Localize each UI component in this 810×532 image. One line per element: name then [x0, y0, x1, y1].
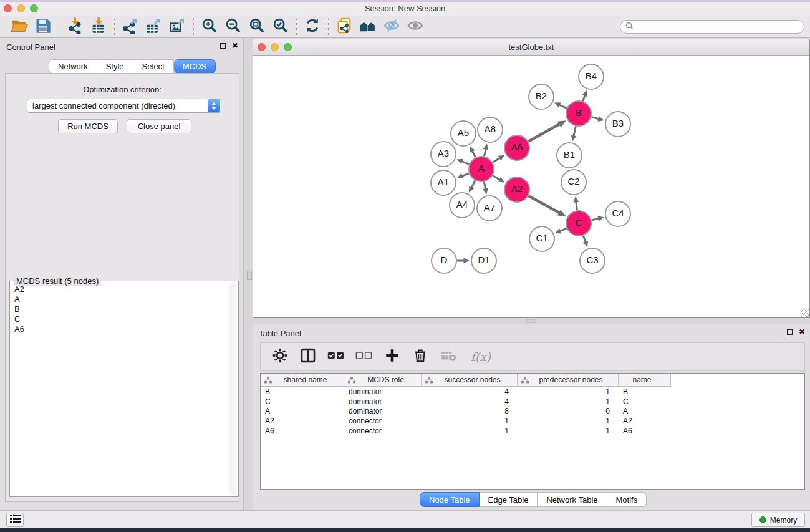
delete-table-button[interactable] — [439, 346, 458, 367]
zoom-window-button[interactable] — [30, 4, 38, 12]
network-window-titlebar[interactable]: testGlobe.txt — [253, 39, 809, 56]
close-panel-button[interactable]: Close panel — [127, 119, 191, 133]
graph-node-A1[interactable]: A1 — [431, 170, 456, 195]
graph-node-B3[interactable]: B3 — [605, 112, 630, 137]
graph-node-A3[interactable]: A3 — [431, 142, 456, 167]
tab-edge-table[interactable]: Edge Table — [480, 492, 538, 507]
close-table-panel-icon[interactable]: ✖ — [799, 329, 805, 336]
cell-name[interactable]: A6 — [619, 427, 671, 435]
minimize-window-button[interactable] — [17, 4, 25, 12]
cell-MCDS-role[interactable]: connector — [344, 417, 422, 425]
column-header-MCDS-role[interactable]: MCDS role — [344, 374, 422, 387]
tab-mcds[interactable]: MCDS — [174, 59, 216, 74]
cell-name[interactable]: A — [619, 407, 671, 415]
horizontal-splitter-handle[interactable] — [526, 319, 536, 323]
graph-node-B4[interactable]: B4 — [579, 64, 604, 89]
float-panel-icon[interactable] — [220, 43, 226, 49]
close-panel-icon[interactable]: ✖ — [232, 42, 238, 49]
tab-network[interactable]: Network — [49, 59, 97, 74]
cell-predecessor-nodes[interactable]: 1 — [518, 387, 619, 396]
graph-node-B1[interactable]: B1 — [557, 143, 582, 168]
network-close-button[interactable] — [258, 43, 266, 51]
network-zoom-button[interactable] — [284, 43, 292, 51]
graph-node-C4[interactable]: C4 — [605, 201, 630, 226]
cell-shared-name[interactable]: A2 — [261, 417, 344, 425]
result-item[interactable]: A — [11, 294, 227, 304]
cell-predecessor-nodes[interactable]: 1 — [518, 417, 619, 425]
cell-name[interactable]: C — [619, 397, 671, 406]
run-mcds-button[interactable]: Run MCDS — [58, 119, 118, 133]
graph-node-A5[interactable]: A5 — [451, 121, 476, 146]
column-header-successor-nodes[interactable]: successor nodes — [422, 374, 518, 387]
cell-successor-nodes[interactable]: 4 — [422, 387, 518, 396]
cell-successor-nodes[interactable]: 4 — [422, 397, 518, 406]
cell-shared-name[interactable]: A — [261, 407, 344, 415]
network-canvas[interactable]: B4B2BB3A5A8A6B1A3AC2A1A2A4A7CC4C1C3DD1 — [253, 56, 809, 317]
memory-button[interactable]: Memory — [751, 513, 805, 527]
tab-node-table[interactable]: Node Table — [420, 492, 480, 507]
cell-shared-name[interactable]: A6 — [261, 427, 344, 435]
cell-name[interactable]: B — [619, 387, 671, 396]
task-history-button[interactable] — [6, 513, 24, 527]
result-scrollbar[interactable] — [229, 283, 237, 495]
tab-select[interactable]: Select — [133, 59, 174, 74]
zoom-in-button[interactable] — [198, 17, 221, 37]
result-item[interactable]: A6 — [11, 324, 227, 334]
cell-predecessor-nodes[interactable]: 1 — [518, 427, 619, 435]
result-item[interactable]: A2 — [11, 284, 227, 294]
graph-node-D[interactable]: D — [432, 248, 456, 273]
zoom-fit-button[interactable] — [245, 17, 269, 37]
import-table-button[interactable] — [87, 17, 110, 37]
graph-node-C2[interactable]: C2 — [561, 170, 586, 195]
graph-node-D1[interactable]: D1 — [471, 248, 496, 273]
cell-successor-nodes[interactable]: 1 — [422, 427, 518, 435]
cell-predecessor-nodes[interactable]: 0 — [518, 407, 619, 415]
cell-predecessor-nodes[interactable]: 1 — [518, 397, 619, 406]
search-input[interactable] — [637, 22, 799, 31]
graph-node-A7[interactable]: A7 — [477, 196, 502, 221]
window-resize-grip[interactable] — [801, 309, 809, 317]
criterion-select[interactable]: largest connected component (directed) — [27, 99, 221, 113]
column-header-predecessor-nodes[interactable]: predecessor nodes — [518, 374, 619, 387]
graph-node-C1[interactable]: C1 — [529, 226, 554, 251]
table-row[interactable]: Adominator80A — [261, 406, 804, 416]
graph-node-A2[interactable]: A2 — [504, 177, 529, 202]
table-row[interactable]: A2connector11A2 — [261, 416, 804, 426]
add-column-button[interactable] — [383, 346, 402, 367]
table-row[interactable]: A6connector11A6 — [261, 426, 804, 436]
hide-selected-button[interactable] — [380, 17, 403, 37]
tab-network-table[interactable]: Network Table — [538, 492, 607, 507]
cell-successor-nodes[interactable]: 1 — [422, 417, 518, 425]
cell-MCDS-role[interactable]: connector — [344, 427, 422, 435]
import-network-button[interactable] — [63, 17, 87, 37]
result-item[interactable]: B — [11, 304, 227, 314]
save-session-button[interactable] — [31, 17, 55, 37]
graph-node-A8[interactable]: A8 — [478, 117, 503, 142]
table-row[interactable]: Bdominator41B — [261, 387, 804, 397]
table-settings-button[interactable] — [271, 346, 289, 367]
zoom-out-button[interactable] — [221, 17, 245, 37]
result-item[interactable]: C — [11, 314, 227, 324]
column-header-shared-name[interactable]: shared name — [261, 374, 344, 387]
cell-MCDS-role[interactable]: dominator — [344, 387, 422, 396]
tab-motifs[interactable]: Motifs — [607, 492, 647, 507]
graph-node-A6[interactable]: A6 — [504, 135, 529, 160]
zoom-selected-button[interactable] — [269, 17, 292, 37]
column-header-name[interactable]: name — [619, 374, 671, 387]
graph-node-B[interactable]: B — [566, 101, 591, 126]
tab-style[interactable]: Style — [97, 59, 133, 74]
refresh-layout-button[interactable] — [301, 17, 324, 37]
open-session-button[interactable] — [7, 17, 31, 37]
cell-shared-name[interactable]: B — [261, 387, 344, 396]
graph-node-C3[interactable]: C3 — [580, 248, 605, 273]
graph-node-A[interactable]: A — [469, 157, 494, 181]
float-table-panel-icon[interactable] — [787, 329, 793, 335]
select-all-columns-button[interactable] — [327, 346, 345, 367]
vertical-splitter-handle[interactable] — [247, 271, 252, 280]
deselect-all-columns-button[interactable] — [355, 346, 374, 367]
export-image-button[interactable] — [166, 17, 190, 37]
delete-column-button[interactable] — [411, 346, 430, 367]
search-field[interactable] — [620, 20, 804, 34]
graph-node-C[interactable]: C — [566, 211, 591, 236]
export-network-button[interactable] — [118, 17, 142, 37]
